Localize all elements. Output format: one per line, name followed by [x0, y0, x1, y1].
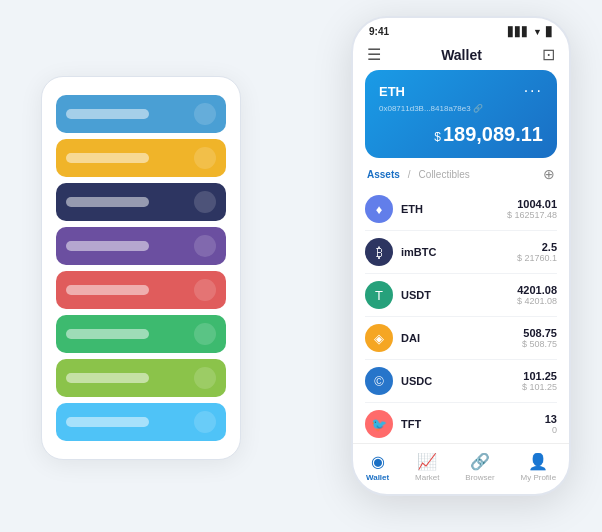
card-icon — [194, 279, 216, 301]
asset-icon-tft: 🐦 — [365, 410, 393, 438]
card-bar — [66, 241, 149, 251]
phone-header: ☰ Wallet ⊡ — [353, 41, 569, 70]
asset-left: TUSDT — [365, 281, 431, 309]
card-item[interactable] — [56, 315, 226, 353]
asset-left: ₿imBTC — [365, 238, 436, 266]
card-item[interactable] — [56, 95, 226, 133]
asset-left: ◈DAI — [365, 324, 420, 352]
bottom-nav: ◉Wallet📈Market🔗Browser👤My Profile — [353, 443, 569, 494]
scan-icon[interactable]: ⊡ — [542, 45, 555, 64]
scene: 9:41 ▋▋▋ ▼ ▊ ☰ Wallet ⊡ ETH ··· 0x08711d… — [21, 16, 581, 516]
status-time: 9:41 — [369, 26, 389, 37]
assets-tabs: Assets / Collectibles — [367, 169, 470, 180]
tab-separator: / — [408, 169, 411, 180]
eth-address: 0x08711d3B...8418a78e3 🔗 — [379, 104, 543, 113]
asset-item[interactable]: 🐦TFT130 — [365, 403, 557, 443]
asset-list: ♦ETH1004.01$ 162517.48₿imBTC2.5$ 21760.1… — [353, 188, 569, 443]
card-bar — [66, 197, 149, 207]
eth-card[interactable]: ETH ··· 0x08711d3B...8418a78e3 🔗 $189,08… — [365, 70, 557, 158]
asset-right: 4201.08$ 4201.08 — [517, 284, 557, 306]
eth-card-top: ETH ··· — [379, 82, 543, 100]
asset-usd: $ 101.25 — [522, 382, 557, 392]
asset-icon-eth: ♦ — [365, 195, 393, 223]
eth-amount: $189,089.11 — [379, 123, 543, 146]
asset-right: 101.25$ 101.25 — [522, 370, 557, 392]
menu-icon[interactable]: ☰ — [367, 45, 381, 64]
nav-icon-my-profile: 👤 — [528, 452, 548, 471]
asset-left: ♦ETH — [365, 195, 423, 223]
card-icon — [194, 235, 216, 257]
asset-usd: $ 4201.08 — [517, 296, 557, 306]
card-icon — [194, 411, 216, 433]
card-bar — [66, 329, 149, 339]
nav-icon-browser: 🔗 — [470, 452, 490, 471]
card-bar — [66, 417, 149, 427]
asset-right: 508.75$ 508.75 — [522, 327, 557, 349]
card-icon — [194, 323, 216, 345]
nav-label-wallet: Wallet — [366, 473, 389, 482]
tab-assets[interactable]: Assets — [367, 169, 400, 180]
eth-currency-prefix: $ — [434, 130, 441, 144]
card-item[interactable] — [56, 359, 226, 397]
battery-icon: ▊ — [546, 27, 553, 37]
asset-item[interactable]: ₿imBTC2.5$ 21760.1 — [365, 231, 557, 274]
asset-name: imBTC — [401, 246, 436, 258]
asset-amount: 101.25 — [522, 370, 557, 382]
nav-icon-market: 📈 — [417, 452, 437, 471]
asset-left: ©USDC — [365, 367, 432, 395]
asset-amount: 1004.01 — [507, 198, 557, 210]
phone: 9:41 ▋▋▋ ▼ ▊ ☰ Wallet ⊡ ETH ··· 0x08711d… — [351, 16, 571, 496]
card-item[interactable] — [56, 271, 226, 309]
nav-item-wallet[interactable]: ◉Wallet — [366, 452, 389, 482]
nav-label-my-profile: My Profile — [521, 473, 557, 482]
asset-usd: $ 508.75 — [522, 339, 557, 349]
asset-right: 130 — [545, 413, 557, 435]
asset-amount: 13 — [545, 413, 557, 425]
card-icon — [194, 147, 216, 169]
nav-item-browser[interactable]: 🔗Browser — [465, 452, 494, 482]
signal-icon: ▋▋▋ — [508, 27, 529, 37]
nav-item-market[interactable]: 📈Market — [415, 452, 439, 482]
card-bar — [66, 153, 149, 163]
nav-item-my-profile[interactable]: 👤My Profile — [521, 452, 557, 482]
asset-icon-imbtc: ₿ — [365, 238, 393, 266]
page-title: Wallet — [441, 47, 482, 63]
asset-icon-usdt: T — [365, 281, 393, 309]
card-item[interactable] — [56, 183, 226, 221]
asset-item[interactable]: TUSDT4201.08$ 4201.08 — [365, 274, 557, 317]
card-icon — [194, 191, 216, 213]
card-bar — [66, 285, 149, 295]
eth-label: ETH — [379, 84, 405, 99]
asset-amount: 2.5 — [517, 241, 557, 253]
asset-item[interactable]: ◈DAI508.75$ 508.75 — [365, 317, 557, 360]
nav-label-market: Market — [415, 473, 439, 482]
eth-options-icon[interactable]: ··· — [524, 82, 543, 100]
card-item[interactable] — [56, 403, 226, 441]
asset-name: USDC — [401, 375, 432, 387]
status-icons: ▋▋▋ ▼ ▊ — [508, 27, 553, 37]
card-stack — [41, 76, 241, 460]
asset-right: 1004.01$ 162517.48 — [507, 198, 557, 220]
assets-header: Assets / Collectibles ⊕ — [353, 166, 569, 188]
card-bar — [66, 109, 149, 119]
asset-name: ETH — [401, 203, 423, 215]
card-item[interactable] — [56, 139, 226, 177]
asset-usd: $ 21760.1 — [517, 253, 557, 263]
tab-collectibles[interactable]: Collectibles — [419, 169, 470, 180]
asset-name: DAI — [401, 332, 420, 344]
card-icon — [194, 367, 216, 389]
asset-usd: $ 162517.48 — [507, 210, 557, 220]
asset-name: USDT — [401, 289, 431, 301]
asset-amount: 4201.08 — [517, 284, 557, 296]
asset-right: 2.5$ 21760.1 — [517, 241, 557, 263]
card-icon — [194, 103, 216, 125]
asset-item[interactable]: ©USDC101.25$ 101.25 — [365, 360, 557, 403]
asset-amount: 508.75 — [522, 327, 557, 339]
asset-name: TFT — [401, 418, 421, 430]
nav-label-browser: Browser — [465, 473, 494, 482]
asset-item[interactable]: ♦ETH1004.01$ 162517.48 — [365, 188, 557, 231]
card-bar — [66, 373, 149, 383]
card-item[interactable] — [56, 227, 226, 265]
asset-icon-usdc: © — [365, 367, 393, 395]
add-asset-icon[interactable]: ⊕ — [543, 166, 555, 182]
